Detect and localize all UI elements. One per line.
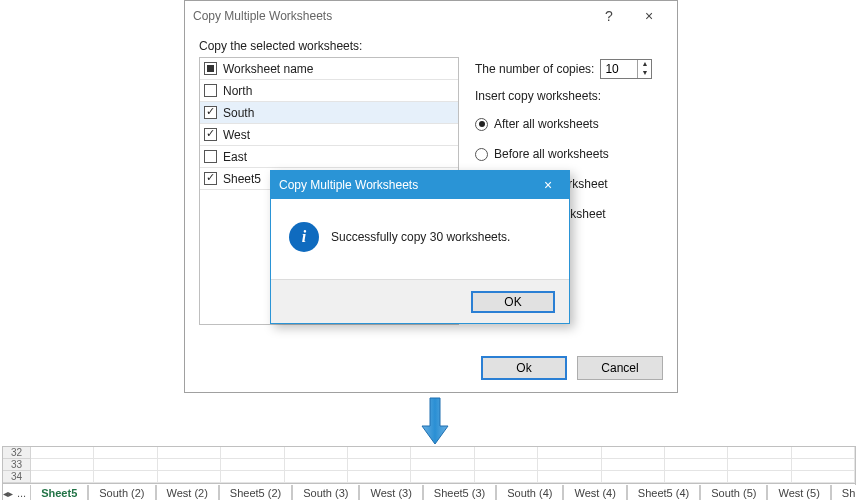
spinner-up-icon[interactable]: ▲ xyxy=(638,60,651,69)
sheet-tab[interactable]: South (2) xyxy=(88,485,155,500)
sheet-tab[interactable]: Sh xyxy=(831,485,859,500)
worksheet-row[interactable]: West xyxy=(200,124,458,146)
worksheet-name: Sheet5 xyxy=(223,172,261,186)
select-all-checkbox[interactable] xyxy=(204,62,217,75)
copies-spinner[interactable]: ▲ ▼ xyxy=(600,59,652,79)
sheet-tab[interactable]: Sheet5 xyxy=(30,485,88,500)
sheet-tab[interactable]: West (4) xyxy=(563,485,626,500)
sheet-tab[interactable]: South (5) xyxy=(700,485,767,500)
radio-after-all[interactable]: After all worksheets xyxy=(475,109,655,139)
messagebox-title: Copy Multiple Worksheets xyxy=(279,178,418,192)
spinner-down-icon[interactable]: ▼ xyxy=(638,69,651,78)
section-label: Copy the selected worksheets: xyxy=(199,39,663,53)
worksheet-row[interactable]: North xyxy=(200,80,458,102)
grid-row: 33 xyxy=(3,459,855,471)
messagebox-titlebar: Copy Multiple Worksheets × xyxy=(271,171,569,199)
tab-overflow-left[interactable]: ... xyxy=(13,487,30,499)
sheet-tab[interactable]: West (3) xyxy=(359,485,422,500)
sheet-tab[interactable]: Sheet5 (4) xyxy=(627,485,700,500)
sheet-tab-strip: ◂ ▸ ... Sheet5 South (2) West (2) Sheet5… xyxy=(3,483,855,500)
messagebox-text: Successfully copy 30 worksheets. xyxy=(331,230,510,244)
help-icon[interactable]: ? xyxy=(589,2,629,30)
sheet-tab[interactable]: West (5) xyxy=(767,485,830,500)
close-icon[interactable]: × xyxy=(535,174,561,196)
worksheet-checkbox[interactable] xyxy=(204,128,217,141)
header-label: Worksheet name xyxy=(223,62,314,76)
worksheet-checkbox[interactable] xyxy=(204,150,217,163)
radio-label: After all worksheets xyxy=(494,117,599,131)
dialog-titlebar: Copy Multiple Worksheets ? × xyxy=(185,1,677,31)
radio-icon[interactable] xyxy=(475,118,488,131)
sheet-tab[interactable]: Sheet5 (3) xyxy=(423,485,496,500)
arrow-down-icon xyxy=(420,396,450,446)
grid-row: 34 xyxy=(3,471,855,483)
messagebox-ok-button[interactable]: OK xyxy=(471,291,555,313)
radio-before-all[interactable]: Before all worksheets xyxy=(475,139,655,169)
radio-icon[interactable] xyxy=(475,148,488,161)
dialog-title: Copy Multiple Worksheets xyxy=(193,9,332,23)
close-icon[interactable]: × xyxy=(629,2,669,30)
worksheet-name: West xyxy=(223,128,250,142)
copies-label: The number of copies: xyxy=(475,62,594,76)
row-header[interactable]: 33 xyxy=(3,459,31,471)
grid-rows: 32 33 34 xyxy=(3,447,855,483)
radio-label: Before all worksheets xyxy=(494,147,609,161)
info-icon: i xyxy=(289,222,319,252)
cancel-button[interactable]: Cancel xyxy=(577,356,663,380)
worksheet-checkbox[interactable] xyxy=(204,106,217,119)
success-messagebox: Copy Multiple Worksheets × i Successfull… xyxy=(270,170,570,324)
worksheet-row[interactable]: South xyxy=(200,102,458,124)
worksheet-name: East xyxy=(223,150,247,164)
copies-input[interactable] xyxy=(601,60,637,78)
worksheet-name: North xyxy=(223,84,252,98)
sheet-tab[interactable]: South (4) xyxy=(496,485,563,500)
worksheet-list-header: Worksheet name xyxy=(200,58,458,80)
row-header[interactable]: 34 xyxy=(3,471,31,483)
worksheet-checkbox[interactable] xyxy=(204,84,217,97)
worksheet-name: South xyxy=(223,106,254,120)
spreadsheet-area: 32 33 34 ◂ ▸ ... Sheet5 South (2) West (… xyxy=(2,446,856,500)
row-header[interactable]: 32 xyxy=(3,447,31,459)
sheet-tab[interactable]: West (2) xyxy=(156,485,219,500)
worksheet-row[interactable]: East xyxy=(200,146,458,168)
insert-label: Insert copy worksheets: xyxy=(475,89,655,103)
grid-row: 32 xyxy=(3,447,855,459)
worksheet-checkbox[interactable] xyxy=(204,172,217,185)
sheet-tab[interactable]: Sheet5 (2) xyxy=(219,485,292,500)
ok-button[interactable]: Ok xyxy=(481,356,567,380)
sheet-tab[interactable]: South (3) xyxy=(292,485,359,500)
spinner-arrows[interactable]: ▲ ▼ xyxy=(637,60,651,78)
